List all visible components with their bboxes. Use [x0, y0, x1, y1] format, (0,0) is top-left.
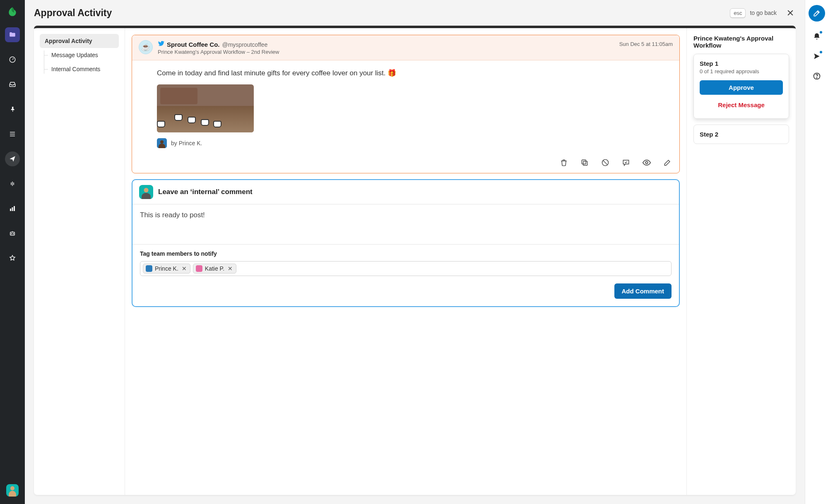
help-button[interactable]: [812, 71, 822, 81]
comment-card: Leave an ‘internal’ comment This is read…: [132, 179, 680, 307]
nav-pin[interactable]: [5, 102, 20, 117]
svg-rect-8: [582, 160, 586, 164]
reject-button[interactable]: Reject Message: [700, 97, 783, 113]
account-name: Sprout Coffee Co.: [167, 41, 220, 48]
author-avatar: [157, 138, 167, 148]
workflow-step-2[interactable]: Step 2: [693, 125, 789, 144]
workflow-breadcrumb: Prince Kwateng's Approval Workflow – 2nd…: [158, 49, 673, 55]
app-logo: [7, 6, 18, 17]
chip-avatar: [196, 265, 202, 272]
nav-reviews[interactable]: [5, 251, 20, 266]
user-avatar[interactable]: [6, 484, 19, 497]
nav-approval-activity[interactable]: Approval Activity: [40, 34, 119, 48]
step-label: Step 2: [700, 131, 783, 138]
approve-button[interactable]: Approve: [700, 80, 783, 95]
remove-tag-button[interactable]: ✕: [227, 265, 233, 272]
nav-reports[interactable]: [5, 201, 20, 216]
comment-title: Leave an ‘internal’ comment: [158, 188, 253, 196]
svg-rect-1: [10, 209, 11, 211]
svg-point-12: [816, 78, 817, 78]
post-byline: by Prince K.: [171, 140, 202, 146]
post-image[interactable]: [157, 84, 254, 132]
workflow-title: Prince Kwateng's Approval Workflow: [693, 35, 789, 49]
workflow-step-1: Step 1 0 of 1 required approvals Approve…: [693, 54, 789, 119]
nav-listening[interactable]: [5, 176, 20, 191]
twitter-icon: [158, 40, 164, 47]
tag-chip: Katie P. ✕: [193, 264, 236, 274]
svg-rect-3: [14, 206, 15, 211]
delete-button[interactable]: [559, 158, 568, 167]
notification-badge: [819, 31, 823, 34]
nav-publish[interactable]: [5, 151, 20, 166]
go-back-hint: to go back: [750, 10, 777, 16]
post-timestamp: Sun Dec 5 at 11:05am: [619, 41, 673, 47]
svg-rect-7: [583, 161, 587, 165]
nav-feeds[interactable]: [5, 127, 20, 142]
chip-avatar: [146, 265, 152, 272]
notifications-button[interactable]: [812, 31, 822, 41]
copy-button[interactable]: [580, 158, 589, 167]
close-button[interactable]: [785, 7, 796, 18]
nav-dashboard[interactable]: [5, 52, 20, 67]
tasks-button[interactable]: [812, 51, 822, 61]
esc-key-hint: esc: [730, 8, 746, 18]
page-title: Approval Activity: [34, 7, 112, 19]
tag-chip: Prince K. ✕: [143, 264, 190, 274]
nav-internal-comments[interactable]: Internal Comments: [46, 62, 119, 76]
step-sublabel: 0 of 1 required approvals: [700, 68, 783, 74]
account-avatar: ☕: [139, 40, 153, 54]
tag-input[interactable]: Prince K. ✕ Katie P. ✕: [140, 261, 672, 276]
nav-inbox[interactable]: [5, 77, 20, 92]
task-badge: [819, 50, 823, 54]
compose-button[interactable]: [809, 5, 825, 22]
nav-bot[interactable]: [5, 226, 20, 241]
account-handle: @mysproutcoffee: [222, 41, 268, 48]
svg-point-10: [645, 161, 648, 164]
commenter-avatar: [139, 185, 153, 199]
post-text: Come in today and find last minute gifts…: [157, 68, 672, 79]
comment-button[interactable]: [621, 158, 631, 167]
block-button[interactable]: [601, 158, 610, 167]
nav-message-updates[interactable]: Message Updates: [46, 48, 119, 62]
step-label: Step 1: [700, 60, 783, 67]
post-card: ☕ Sprout Coffee Co. @mysproutcoffee Prin…: [132, 35, 680, 173]
nav-folder[interactable]: [5, 27, 20, 42]
svg-point-5: [11, 233, 12, 234]
remove-tag-button[interactable]: ✕: [181, 265, 188, 272]
preview-button[interactable]: [642, 158, 651, 167]
add-comment-button[interactable]: Add Comment: [614, 283, 672, 299]
comment-input[interactable]: This is ready to post!: [132, 204, 679, 244]
svg-rect-2: [12, 207, 13, 211]
svg-point-6: [13, 233, 14, 234]
tag-label: Tag team members to notify: [140, 250, 672, 257]
edit-button[interactable]: [663, 158, 672, 167]
